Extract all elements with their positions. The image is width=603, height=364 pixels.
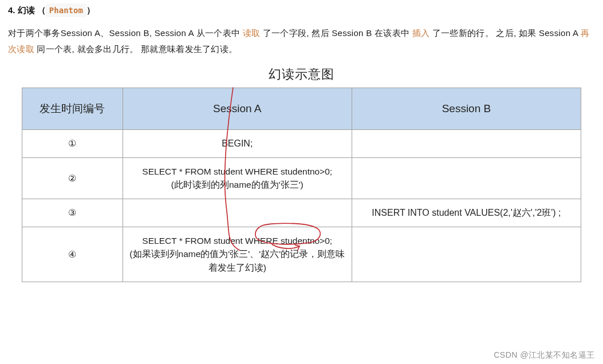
para-text: 对于两个事务Session A、Session B, Session A 从一个… xyxy=(8,28,243,38)
cell-session-b: INSERT INTO student VALUES(2,'赵六','2班') … xyxy=(352,199,581,227)
heading-number: 4. xyxy=(8,5,15,15)
cell-note: (此时读到的列name的值为'张三') xyxy=(128,178,347,192)
cell-session-b xyxy=(352,130,581,158)
cell-session-a: SELECT * FROM student WHERE studentno>0;… xyxy=(123,158,352,199)
cell-session-a xyxy=(123,199,352,227)
heading-code: Phantom xyxy=(46,3,86,17)
cell-session-b xyxy=(352,227,581,282)
cell-session-a: SELECT * FROM student WHERE studentno>0;… xyxy=(123,227,352,282)
phantom-table: 发生时间编号 Session A Session B ① BEGIN; ② SE… xyxy=(22,88,581,282)
heading-title: 幻读 xyxy=(18,5,35,15)
th-session-b: Session B xyxy=(352,88,581,130)
para-text: 了一个字段, 然后 Session B 在该表中 xyxy=(260,28,412,38)
cell-session-a: BEGIN; xyxy=(123,130,352,158)
section-heading: 4. 幻读 （Phantom） xyxy=(8,3,595,17)
diagram-title: 幻读示意图 xyxy=(8,66,595,83)
document-page: 4. 幻读 （Phantom） 对于两个事务Session A、Session … xyxy=(0,0,603,364)
intro-paragraph: 对于两个事务Session A、Session B, Session A 从一个… xyxy=(8,25,595,57)
table-row: ④ SELECT * FROM student WHERE studentno>… xyxy=(22,227,581,282)
sql-statement: SELECT * FROM student WHERE studentno>0; xyxy=(128,234,347,247)
cell-step-num: ① xyxy=(22,130,123,158)
keyword-read: 读取 xyxy=(243,28,261,38)
cell-note: (如果读到列name的值为'张三'、'赵六'的记录，则意味着发生了幻读) xyxy=(128,247,347,275)
cell-session-b xyxy=(352,158,581,199)
watermark: CSDN @江北某不知名逼王 xyxy=(494,350,595,361)
para-text: 同一个表, 就会多出几行。 那就意味着发生了幻读。 xyxy=(34,44,237,54)
table-row: ② SELECT * FROM student WHERE studentno>… xyxy=(22,158,581,199)
para-text: 了一些新的行。 之后, 如果 Session A xyxy=(429,28,581,38)
th-time-no: 发生时间编号 xyxy=(22,88,123,130)
heading-paren-open: （ xyxy=(37,5,46,15)
cell-step-num: ③ xyxy=(22,199,123,227)
cell-step-num: ④ xyxy=(22,227,123,282)
keyword-insert: 插入 xyxy=(412,28,430,38)
sql-statement: SELECT * FROM student WHERE studentno>0; xyxy=(128,165,347,178)
cell-step-num: ② xyxy=(22,158,123,199)
heading-paren-close: ） xyxy=(86,5,95,15)
phantom-table-wrap: 发生时间编号 Session A Session B ① BEGIN; ② SE… xyxy=(22,88,581,282)
table-row: ① BEGIN; xyxy=(22,130,581,158)
th-session-a: Session A xyxy=(123,88,352,130)
table-header-row: 发生时间编号 Session A Session B xyxy=(22,88,581,130)
table-row: ③ INSERT INTO student VALUES(2,'赵六','2班'… xyxy=(22,199,581,227)
